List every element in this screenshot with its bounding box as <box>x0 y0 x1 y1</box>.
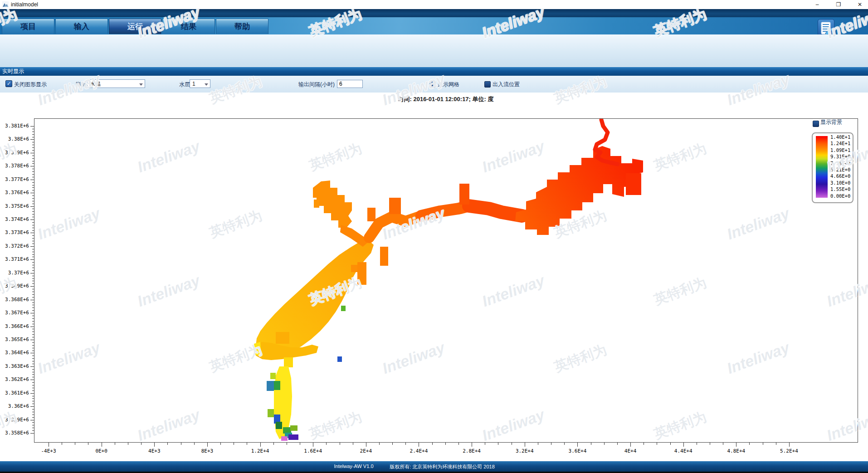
water-temperature-map <box>34 119 858 442</box>
y-minor-tick <box>32 422 34 423</box>
x-tick-label: 2E+4 <box>351 448 380 454</box>
y-minor-tick <box>32 292 34 292</box>
x-tick-label: 3.6E+4 <box>563 448 592 454</box>
x-minor-tick <box>458 443 459 445</box>
x-minor-tick <box>326 443 327 445</box>
x-minor-tick <box>194 443 195 445</box>
y-minor-tick <box>32 396 34 396</box>
y-minor-tick <box>32 316 34 316</box>
y-major-tick <box>30 153 34 153</box>
inout-flow-checkbox[interactable] <box>484 81 491 88</box>
y-minor-tick <box>32 385 34 385</box>
x-minor-tick <box>670 443 671 445</box>
statusbar: Intelway-AW V1.0 版权所有: 北京英特利为环境科技有限公司 20… <box>0 461 868 472</box>
y-tick-label: 3.373E+6 <box>2 229 29 235</box>
map-shape-strip-px-2 <box>274 381 280 390</box>
x-minor-tick <box>432 443 433 445</box>
y-minor-tick <box>32 382 34 383</box>
y-tick-label: 3.366E+6 <box>2 323 29 329</box>
y-minor-tick <box>32 276 34 276</box>
x-major-tick <box>260 443 261 447</box>
y-tick-label: 3.379E+6 <box>2 150 29 156</box>
y-minor-tick <box>32 310 34 311</box>
y-minor-tick <box>32 249 34 249</box>
y-major-tick <box>30 219 34 220</box>
x-minor-tick <box>512 443 512 445</box>
y-minor-tick <box>32 129 34 129</box>
map-shape-band-mid <box>421 206 469 216</box>
indicator-dropdown[interactable]: 水温 <box>87 79 145 88</box>
map-shape-ne-mass <box>515 146 643 235</box>
x-minor-tick <box>353 443 353 445</box>
show-grid-checkbox[interactable] <box>429 81 436 88</box>
y-minor-tick <box>32 329 34 329</box>
y-major-tick <box>30 366 34 367</box>
x-minor-tick <box>75 443 75 445</box>
y-minor-tick <box>32 348 34 348</box>
interval-input[interactable] <box>337 80 363 88</box>
y-minor-tick <box>32 174 34 175</box>
show-background-checkbox[interactable] <box>813 121 819 127</box>
y-minor-tick <box>32 404 34 404</box>
x-minor-tick <box>141 443 141 445</box>
y-minor-tick <box>32 278 34 279</box>
close-button[interactable]: ✕ <box>853 0 867 9</box>
y-minor-tick <box>32 289 34 289</box>
x-major-tick <box>49 443 49 447</box>
y-minor-tick <box>32 412 34 412</box>
map-shape-speck-green <box>341 306 346 311</box>
x-minor-tick <box>763 443 763 445</box>
y-minor-tick <box>32 428 34 428</box>
map-shape-elbow-stub-up <box>276 332 289 344</box>
indicator-label: 指标 <box>76 81 87 88</box>
y-minor-tick <box>32 307 34 308</box>
y-tick-label: 3.363E+6 <box>2 363 29 369</box>
ribbon-tab-4[interactable]: 结果 <box>162 19 215 34</box>
controls-row: 关闭图形显示 指标 水温 水层 1 输出间隔(小时) 自定义图谱 显示网格 出入… <box>0 76 868 93</box>
y-major-tick <box>30 139 34 140</box>
y-tick-label: 3.362E+6 <box>2 376 29 382</box>
y-tick-label: 3.368E+6 <box>2 297 29 302</box>
map-shape-band-west <box>369 216 421 238</box>
y-minor-tick <box>32 163 34 164</box>
y-major-tick <box>30 340 34 340</box>
y-tick-label: 3.381E+6 <box>2 123 29 129</box>
x-minor-tick <box>273 443 274 445</box>
x-major-tick <box>525 443 525 447</box>
y-minor-tick <box>32 425 34 425</box>
legend-color-bar <box>816 136 828 198</box>
plot-frame-right <box>858 118 858 443</box>
y-minor-tick <box>32 225 34 225</box>
x-minor-tick <box>604 443 605 445</box>
x-major-tick <box>366 443 366 447</box>
y-minor-tick <box>32 190 34 190</box>
map-shape-strip-px-1 <box>267 381 274 391</box>
y-minor-tick <box>32 132 34 132</box>
minimize-button[interactable]: – <box>810 0 824 9</box>
ribbon-tab-2[interactable]: 输入 <box>55 19 108 34</box>
plot-time-label: 时间: 2016-01-01 12:00:17; 单位: 度 <box>34 95 858 103</box>
y-minor-tick <box>32 398 34 399</box>
y-major-tick <box>30 233 34 233</box>
x-tick-label: 3.2E+4 <box>510 448 539 454</box>
x-minor-tick <box>128 443 128 445</box>
legend-value: 9.31E+0 <box>830 154 853 159</box>
y-minor-tick <box>32 156 34 156</box>
x-tick-label: 4E+4 <box>616 448 645 454</box>
chevron-down-icon <box>139 83 143 86</box>
y-minor-tick <box>32 364 34 364</box>
ribbon-tab-3[interactable]: 运行 <box>109 19 161 34</box>
y-minor-tick <box>32 150 34 151</box>
restore-button[interactable]: ❐ <box>831 0 846 9</box>
y-minor-tick <box>32 294 34 295</box>
ribbon-tab-5[interactable]: 帮助 <box>216 19 268 34</box>
y-minor-tick <box>32 209 34 209</box>
y-minor-tick <box>32 414 34 415</box>
y-minor-tick <box>32 409 34 410</box>
y-major-tick <box>30 406 34 407</box>
close-graph-checkbox[interactable] <box>5 80 12 87</box>
layer-dropdown[interactable]: 1 <box>190 79 210 88</box>
legend-value: 1.24E+1 <box>830 141 853 146</box>
y-major-tick <box>30 273 34 273</box>
ribbon-tab-1[interactable]: 项目 <box>2 19 54 34</box>
